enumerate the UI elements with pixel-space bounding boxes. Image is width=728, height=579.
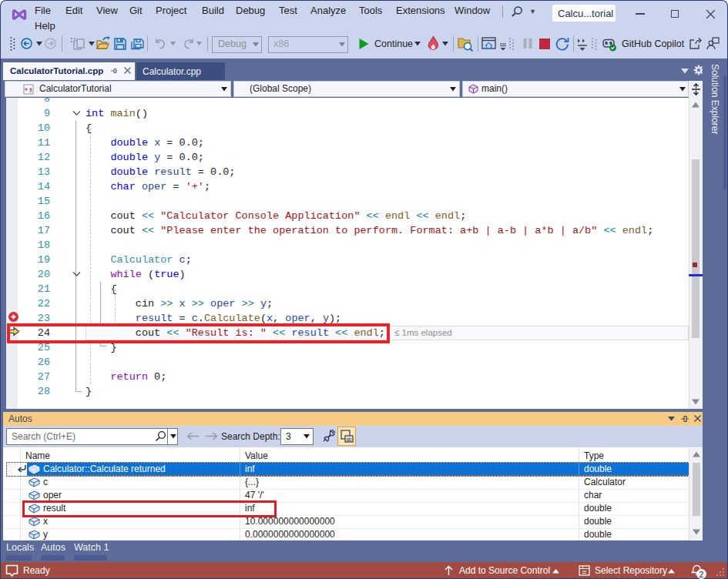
- svg-text:ab: ab: [346, 437, 352, 442]
